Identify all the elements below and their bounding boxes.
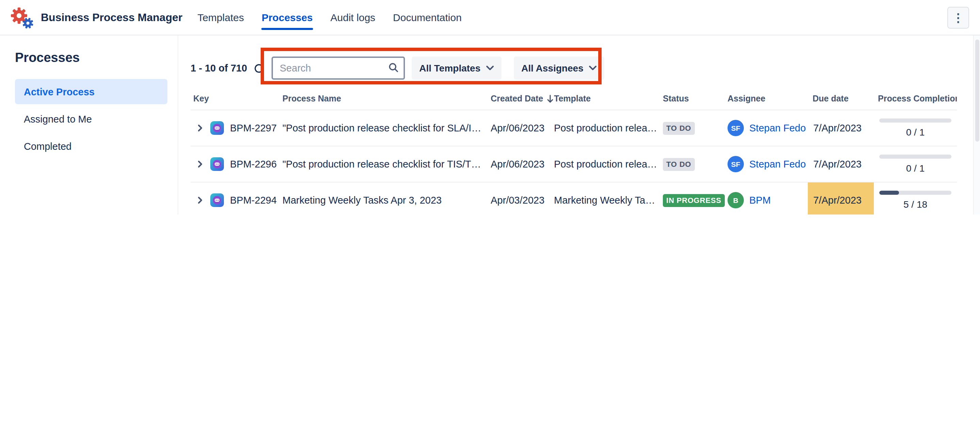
search-box [272,56,405,80]
assignee-cell: SF Stepan Fedori [727,120,808,136]
template-name: Marketing Weekly Tas… [554,195,663,206]
process-key: BPM-2294 [230,195,282,206]
assignees-filter-dropdown[interactable]: All Assignees [514,56,605,80]
main-content: 1 - 10 of 710 All Templates [191,35,957,215]
refresh-button[interactable] [252,61,266,75]
progress-bar [879,191,951,195]
result-count: 1 - 10 of 710 [191,63,247,73]
process-key: BPM-2296 [230,159,282,169]
completion-cell: 0 / 1 [874,110,957,146]
nav-tab-processes[interactable]: Processes [262,0,313,35]
process-icon [210,156,230,172]
assignee-avatar: SF [727,156,744,172]
template-name: Post production relea… [554,123,663,134]
sidebar-item-assigned-to-me[interactable]: Assigned to Me [15,106,167,131]
sort-descending-icon [546,94,554,103]
status-badge: TO DO [663,122,695,134]
progress-text: 0 / 1 [906,163,925,174]
primary-nav: Templates Processes Audit logs Documenta… [197,0,461,35]
assignee-avatar: SF [727,120,744,136]
app-window: Business Process Manager Templates Proce… [0,0,980,215]
assignee-link[interactable]: Stepan Fedori [749,159,807,169]
expand-row-button[interactable] [191,123,210,133]
progress-bar-fill [879,191,899,195]
templates-filter-label: All Templates [419,63,480,73]
expand-row-button[interactable] [191,159,210,169]
due-date-cell: 7/Apr/2023 [808,182,874,215]
column-header-status[interactable]: Status [663,94,727,104]
created-date-value: Apr/06/2023 [491,159,554,169]
completion-cell: 5 / 18 [874,182,957,215]
chevron-down-icon [486,65,494,71]
progress-text: 5 / 18 [904,199,927,210]
kebab-icon: ⋮ [953,11,964,25]
column-header-due-date[interactable]: Due date [808,94,874,104]
progress-text: 0 / 1 [906,127,925,137]
process-icon [210,121,230,136]
table-row: BPM-2297 "Post production release checkl… [191,110,957,147]
table-header: Key Process Name Created Date Template S… [191,82,957,110]
gears-logo-icon [10,5,34,30]
column-header-template[interactable]: Template [554,94,663,104]
process-table-body: BPM-2297 "Post production release checkl… [191,110,957,215]
assignee-cell: SF Stepan Fedori [727,156,808,172]
created-date-label: Created Date [491,94,543,104]
chevron-down-icon [589,65,597,71]
assignees-filter-label: All Assignees [521,63,584,73]
status-badge: TO DO [663,158,695,171]
column-header-created-date[interactable]: Created Date [491,94,554,104]
completion-cell: 0 / 1 [874,147,957,182]
column-header-process-name[interactable]: Process Name [282,94,491,104]
progress-bar [879,118,951,123]
status-cell: TO DO [663,158,727,171]
expand-row-button[interactable] [191,195,210,205]
assignee-cell: B BPM [727,192,808,208]
nav-tab-documentation[interactable]: Documentation [393,0,462,35]
assignee-avatar: B [727,192,744,208]
created-date-value: Apr/06/2023 [491,123,554,134]
search-icon [388,62,399,73]
process-key: BPM-2297 [230,123,282,134]
created-date-value: Apr/03/2023 [491,195,554,206]
due-date-value: 7/Apr/2023 [813,195,862,206]
table-row: BPM-2296 "Post production release checkl… [191,147,957,182]
refresh-icon [253,62,264,74]
status-cell: TO DO [663,121,727,134]
scrollbar-thumb[interactable] [975,40,979,142]
app-header: Business Process Manager Templates Proce… [0,0,980,35]
assignee-link[interactable]: BPM [749,195,771,206]
chevron-right-icon [195,195,205,205]
status-cell: IN PROGRESS [663,194,727,207]
table-row: BPM-2294 Marketing Weekly Tasks Apr 3, 2… [191,182,957,215]
sidebar: Processes Active Process Assigned to Me … [0,35,178,215]
due-date-value: 7/Apr/2023 [813,159,862,169]
sidebar-item-active-process[interactable]: Active Process [15,79,167,104]
scrollbar-track[interactable] [973,35,980,215]
chevron-right-icon [195,123,205,133]
column-header-process-completion[interactable]: Process Completion [874,94,957,104]
search-input[interactable] [272,56,405,80]
process-name: "Post production release checklist for T… [282,159,491,169]
nav-tab-audit-logs[interactable]: Audit logs [331,0,375,35]
process-name: "Post production release checklist for S… [282,123,491,134]
progress-bar [879,155,951,159]
brand: Business Process Manager [0,5,182,30]
process-icon [210,193,230,208]
sidebar-title: Processes [15,50,178,65]
column-header-key[interactable]: Key [191,94,282,104]
more-menu-button[interactable]: ⋮ [947,7,969,29]
chevron-right-icon [195,159,205,169]
templates-filter-dropdown[interactable]: All Templates [412,56,501,80]
due-date-cell: 7/Apr/2023 [808,147,874,182]
assignee-link[interactable]: Stepan Fedori [749,123,807,134]
toolbar: 1 - 10 of 710 All Templates [191,56,957,80]
column-header-assignee[interactable]: Assignee [727,94,808,104]
nav-tab-templates[interactable]: Templates [197,0,244,35]
due-date-cell: 7/Apr/2023 [808,110,874,146]
template-name: Post production relea… [554,159,663,169]
app-title: Business Process Manager [41,11,182,24]
sidebar-item-completed[interactable]: Completed [15,134,167,159]
due-date-value: 7/Apr/2023 [813,123,862,134]
status-badge: IN PROGRESS [663,195,725,207]
process-name: Marketing Weekly Tasks Apr 3, 2023 [282,195,491,206]
